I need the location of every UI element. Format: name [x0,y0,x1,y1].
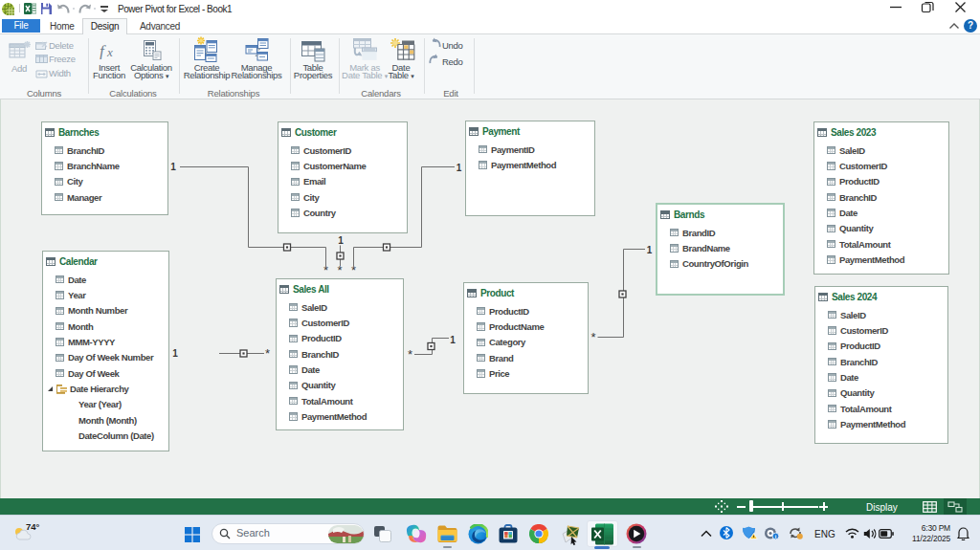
svg-text:x: x [106,45,113,59]
svg-text:*: * [265,346,270,361]
svg-text:1: 1 [338,235,344,246]
svg-text:1: 1 [647,245,653,255]
svg-text:1: 1 [172,348,178,359]
svg-text:1: 1 [450,335,456,345]
svg-text:*: * [323,263,328,277]
svg-text:1: 1 [170,162,176,172]
svg-text:1: 1 [457,163,462,173]
svg-text:*: * [408,347,412,362]
svg-text:*: * [351,263,356,277]
svg-text:f: f [100,43,106,59]
svg-text:*: * [590,330,595,344]
svg-text:*: * [337,263,342,277]
